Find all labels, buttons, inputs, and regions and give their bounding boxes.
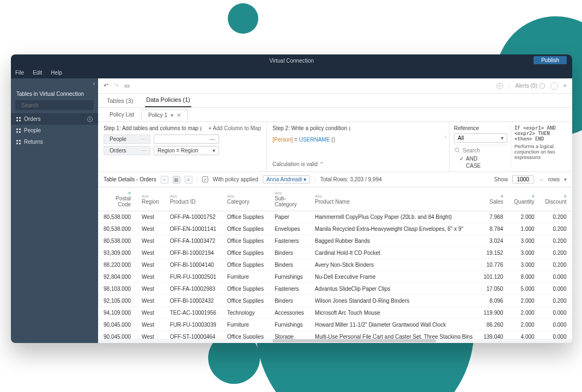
tab-policy-list[interactable]: Policy List	[102, 109, 141, 120]
tag-icon[interactable]: ⌁	[161, 176, 168, 183]
column-header-postal[interactable]: #Postal Code	[98, 187, 136, 211]
column-header-sales[interactable]: #Sales	[478, 187, 508, 211]
table-row[interactable]: 94,109.000WestTEC-AC-10001956TechnologyA…	[98, 307, 572, 319]
menu-file[interactable]: File	[15, 70, 24, 76]
remove-icon[interactable]: —	[210, 136, 215, 142]
type-icon: Abc	[315, 194, 472, 199]
user-avatar-icon[interactable]	[550, 82, 558, 90]
info-icon[interactable]: i	[349, 126, 351, 131]
scrollbar-thumb[interactable]	[272, 339, 436, 342]
table-row[interactable]: 92,804.000WestFUR-FU-10002501FurnitureFu…	[98, 271, 572, 283]
cell-disc: 0.000	[540, 271, 572, 283]
column-header-region[interactable]: AbcRegion	[136, 187, 165, 211]
show-label: Show	[494, 176, 508, 182]
reference-item[interactable]: ✓AND	[454, 155, 507, 162]
rows-input[interactable]	[512, 175, 534, 183]
reference-item[interactable]: CASE	[454, 162, 507, 169]
close-tab-icon[interactable]: ✕	[177, 112, 181, 118]
top-tabs: Tables (3) Data Policies (1)	[98, 94, 572, 108]
cell-pid: OFF-BI-10002194	[165, 247, 222, 259]
condition-editor[interactable]: [Person] = USERNAME ()	[272, 134, 444, 161]
sidebar-item-people[interactable]: People	[11, 125, 98, 136]
table-chip[interactable]: People⋯	[104, 134, 150, 144]
undo-icon[interactable]: ↶	[104, 82, 108, 89]
table-row[interactable]: 88,220.000WestOFF-BI-10004140Office Supp…	[98, 259, 572, 271]
policy-editor: Step 1: Add tables and columns to map i …	[98, 122, 572, 172]
table-row[interactable]: 98,103.000WestOFF-FA-10002983Office Supp…	[98, 283, 572, 295]
redo-icon[interactable]: ↷	[114, 82, 119, 89]
cell-cat: Office Supplies	[222, 223, 269, 235]
add-column-button[interactable]: + Add Column to Map	[209, 125, 261, 131]
table-row[interactable]: 90,045.000WestFUR-FU-10003039FurnitureFu…	[98, 319, 572, 331]
cell-pname: Manila Recycled Extra-Heavyweight Clasp …	[310, 223, 478, 235]
sidebar-search[interactable]	[15, 100, 94, 110]
more-icon[interactable]: ⋯	[141, 136, 147, 142]
alerts-button[interactable]: Alerts (0)	[515, 83, 545, 89]
cell-pid: OFF-BI-10004140	[165, 259, 222, 271]
cell-qty: 8.000	[508, 271, 539, 283]
tab-tables[interactable]: Tables (3)	[106, 97, 134, 107]
column-label: Discount	[545, 199, 567, 205]
cell-pid: FUR-FU-10002501	[165, 271, 222, 283]
more-icon[interactable]: ⋯	[141, 148, 147, 154]
reference-search[interactable]: Search	[454, 145, 507, 155]
menu-edit[interactable]: Edit	[33, 70, 42, 76]
mapping-select[interactable]: Region = Region▾	[154, 146, 219, 155]
cell-subcat: Binders	[269, 247, 310, 259]
column-header-disc[interactable]: #Discount	[540, 187, 572, 211]
with-policy-checkbox[interactable]: ✓	[202, 176, 208, 182]
horizontal-scrollbar[interactable]	[98, 339, 572, 343]
menu-help[interactable]: Help	[51, 70, 62, 76]
rows-caret-icon[interactable]: ▾	[564, 176, 567, 182]
grid-view-icon[interactable]: ▦	[173, 176, 180, 183]
cell-cat: Office Supplies	[222, 259, 269, 271]
reference-syntax: IF <expr1> AND <expr2> THEN <then> END	[514, 125, 568, 142]
cell-qty: 1.000	[508, 223, 539, 235]
tab-data-policies[interactable]: Data Policies (1)	[145, 96, 191, 107]
table-chip[interactable]: Orders⋯	[104, 146, 150, 155]
column-header-qty[interactable]: #Quantity	[508, 187, 539, 211]
data-grid[interactable]: #Postal CodeAbcRegionAbcProduct IDAbcCat…	[98, 187, 572, 339]
table-row[interactable]: 93,309.000WestOFF-BI-10002194Office Supp…	[98, 247, 572, 259]
help-icon[interactable]: ?	[496, 83, 503, 89]
cell-qty: 4.000	[508, 331, 539, 339]
reference-filter-select[interactable]: All▾	[454, 133, 507, 143]
publish-button[interactable]: Publish	[534, 56, 567, 64]
column-header-pname[interactable]: AbcProduct Name	[310, 187, 478, 211]
column-header-subcat[interactable]: AbcSub-Category	[269, 187, 310, 211]
sidebar-search-input[interactable]	[21, 102, 90, 108]
table-row[interactable]: 80,538.000WestOFF-PA-10001752Office Supp…	[98, 211, 572, 223]
cell-qty: 2.000	[508, 295, 539, 307]
user-menu-caret-icon[interactable]: ▾	[563, 82, 567, 89]
save-icon[interactable]: ▭	[124, 82, 130, 89]
column-header-cat[interactable]: AbcCategory	[222, 187, 269, 211]
calc-valid-label[interactable]: Calculation is valid ⌃	[272, 161, 444, 167]
cell-region: West	[136, 247, 165, 259]
step1-title: Step 1: Add tables and columns to map	[104, 125, 198, 131]
sidebar: ‹ Tables in Virtual Connection OrdersiPe…	[11, 78, 98, 343]
sidebar-item-orders[interactable]: Ordersi	[11, 113, 98, 125]
sidebar-item-returns[interactable]: Returns	[11, 136, 98, 148]
table-row[interactable]: 90,045.000WestOFF-ST-10000464Office Supp…	[98, 331, 572, 339]
mapping-select[interactable]: —	[154, 134, 219, 144]
cell-pname: Howard Miller 11-1/2" Diameter Grantwood…	[310, 319, 478, 331]
cell-sales: 8.096	[478, 295, 508, 307]
column-header-pid[interactable]: AbcProduct ID	[165, 187, 222, 211]
check-icon: ✓	[459, 156, 464, 162]
info-icon[interactable]: i	[200, 126, 202, 131]
table-row[interactable]: 80,538.000WestOFF-FA-10003472Office Supp…	[98, 235, 572, 247]
tab-menu-caret-icon[interactable]: ▾	[171, 112, 173, 118]
collapse-ref-icon[interactable]: ›	[445, 134, 446, 139]
info-icon[interactable]: i	[87, 117, 93, 122]
list-view-icon[interactable]: ≡	[185, 176, 192, 183]
titlebar: Virtual Connection Publish	[11, 54, 572, 66]
impersonate-user-select[interactable]: Anna Andreadi ▾	[263, 175, 310, 183]
table-row[interactable]: 80,538.000WestOFF-EN-10001141Office Supp…	[98, 223, 572, 235]
column-header-profit[interactable]: #Profit	[572, 187, 573, 211]
reference-title: Reference	[454, 125, 507, 131]
type-icon: Abc	[170, 194, 216, 199]
table-row[interactable]: 92,105.000WestOFF-BI-10002432Office Supp…	[98, 295, 572, 307]
rows-arrow-icon[interactable]: →	[538, 176, 544, 182]
tab-policy-1[interactable]: Policy 1 ▾ ✕	[141, 109, 188, 121]
sidebar-collapse-icon[interactable]: ‹	[93, 81, 95, 87]
